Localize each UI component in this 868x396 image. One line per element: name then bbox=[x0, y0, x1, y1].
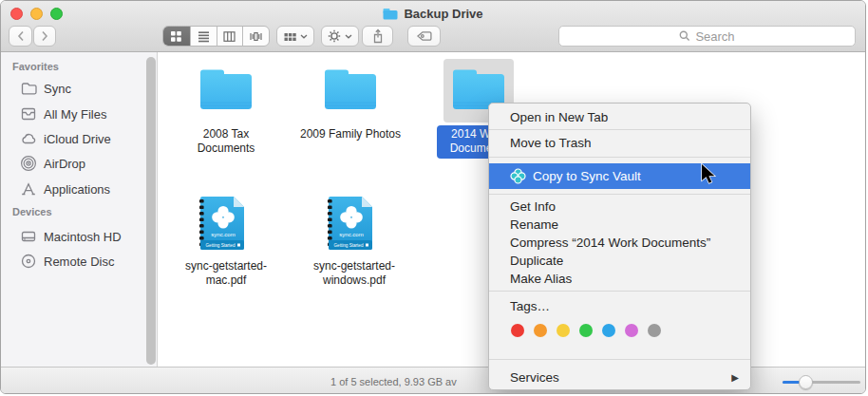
arrange-button[interactable] bbox=[276, 26, 314, 47]
mouse-cursor bbox=[700, 163, 719, 186]
arrange-icon bbox=[284, 30, 296, 43]
sidebar-item-airdrop[interactable]: AirDrop bbox=[1, 151, 157, 176]
menu-separator bbox=[489, 359, 750, 360]
menu-item-open-in-new-tab[interactable]: Open in New Tab bbox=[489, 105, 750, 130]
sidebar-item-label: Remote Disc bbox=[44, 255, 114, 269]
submenu-arrow-icon: ▶ bbox=[731, 372, 739, 383]
view-mode-control bbox=[162, 26, 270, 47]
sidebar-item-label: Sync bbox=[44, 82, 71, 96]
sidebar-item-applications[interactable]: Applications bbox=[1, 177, 157, 201]
pdf-footer-text: Getting Started bbox=[206, 243, 236, 248]
file-label[interactable]: sync-getstarted- mac.pdf bbox=[169, 259, 283, 288]
hard-drive-icon bbox=[20, 228, 37, 245]
back-button[interactable] bbox=[9, 26, 32, 47]
menu-item-make-alias[interactable]: Make Alias bbox=[489, 270, 750, 288]
slider-knob[interactable] bbox=[799, 375, 813, 389]
context-menu: Open in New Tab Move to Trash Copy to Sy… bbox=[488, 103, 751, 390]
window-title-text: Backup Drive bbox=[404, 7, 482, 21]
title-bar: Backup Drive bbox=[1, 1, 865, 52]
tag-color-row bbox=[489, 320, 661, 341]
folder-icon bbox=[383, 8, 398, 20]
menu-separator bbox=[489, 291, 750, 292]
file-label-line: sync-getstarted- bbox=[297, 259, 411, 273]
finder-window: Backup Drive bbox=[0, 0, 866, 394]
sidebar-item-label: Macintosh HD bbox=[44, 230, 122, 244]
menu-item-label: Copy to Sync Vault bbox=[533, 169, 641, 183]
menu-item-duplicate[interactable]: Duplicate bbox=[489, 252, 750, 270]
sidebar: Favorites Sync All My Files iCloud Drive… bbox=[1, 52, 158, 367]
pdf-file-icon[interactable]: sync.com Getting Started bbox=[327, 196, 374, 251]
action-menu-button[interactable] bbox=[321, 26, 359, 47]
file-label-line: 2009 Family Photos bbox=[293, 127, 407, 141]
file-label-line: Documents bbox=[169, 141, 283, 156]
list-view-button[interactable] bbox=[190, 27, 217, 46]
sidebar-item-sync[interactable]: Sync bbox=[1, 76, 157, 101]
sidebar-item-label: All My Files bbox=[44, 107, 106, 122]
menu-separator bbox=[489, 157, 750, 158]
sidebar-item-label: iCloud Drive bbox=[44, 132, 111, 146]
tag-yellow[interactable] bbox=[557, 324, 570, 337]
tag-gray[interactable] bbox=[648, 324, 661, 337]
airdrop-icon bbox=[20, 155, 37, 172]
tag-green[interactable] bbox=[579, 324, 593, 337]
sidebar-item-label: Applications bbox=[44, 182, 110, 197]
icon-view-button[interactable] bbox=[163, 27, 190, 46]
share-button[interactable] bbox=[362, 26, 393, 47]
column-view-icon bbox=[223, 30, 236, 43]
window-title: Backup Drive bbox=[1, 5, 865, 22]
icon-size-slider[interactable] bbox=[783, 368, 860, 394]
sidebar-section-favorites: Favorites bbox=[12, 60, 59, 73]
folder-icon[interactable] bbox=[324, 67, 377, 111]
chevron-down-icon bbox=[300, 34, 308, 39]
sidebar-item-icloud-drive[interactable]: iCloud Drive bbox=[1, 126, 157, 151]
column-view-button[interactable] bbox=[217, 27, 243, 46]
pdf-logo-text: sync.com bbox=[339, 232, 363, 237]
list-view-icon bbox=[198, 30, 210, 43]
sidebar-item-all-my-files[interactable]: All My Files bbox=[1, 102, 157, 126]
menu-separator bbox=[489, 129, 750, 130]
menu-item-compress[interactable]: Compress “2014 Work Documents” bbox=[489, 234, 750, 252]
sidebar-section-devices: Devices bbox=[12, 205, 52, 218]
file-label[interactable]: 2009 Family Photos bbox=[293, 127, 407, 141]
tag-orange[interactable] bbox=[534, 324, 547, 337]
tag-icon bbox=[416, 29, 433, 43]
applications-icon bbox=[20, 180, 37, 198]
icon-view-icon bbox=[170, 30, 182, 43]
slider-track[interactable] bbox=[783, 381, 860, 384]
menu-item-label: Services bbox=[510, 370, 559, 385]
menu-item-tags[interactable]: Tags… bbox=[489, 297, 750, 316]
file-label-line: sync-getstarted- bbox=[169, 259, 283, 273]
sidebar-scrollbar[interactable] bbox=[146, 57, 156, 365]
file-label[interactable]: sync-getstarted- windows.pdf bbox=[297, 259, 411, 288]
forward-button[interactable] bbox=[33, 26, 56, 47]
tag-blue[interactable] bbox=[602, 324, 615, 337]
tag-purple[interactable] bbox=[625, 324, 638, 337]
menu-item-services[interactable]: Services ▶ bbox=[489, 366, 750, 389]
menu-item-get-info[interactable]: Get Info bbox=[489, 198, 750, 216]
sidebar-item-macintosh-hd[interactable]: Macintosh HD bbox=[1, 224, 157, 249]
menu-item-move-to-trash[interactable]: Move to Trash bbox=[489, 131, 750, 156]
cover-flow-view-button[interactable] bbox=[242, 27, 269, 46]
disc-icon bbox=[20, 253, 37, 270]
file-label-line: mac.pdf bbox=[169, 273, 283, 288]
sidebar-item-remote-disc[interactable]: Remote Disc bbox=[1, 249, 157, 273]
chevron-left-icon bbox=[16, 29, 26, 43]
pdf-footer-text: Getting Started bbox=[334, 243, 364, 248]
tag-button[interactable] bbox=[407, 26, 441, 47]
chevron-down-icon bbox=[345, 34, 352, 39]
gear-icon bbox=[328, 29, 341, 43]
menu-separator bbox=[489, 194, 750, 195]
sync-vault-icon bbox=[510, 168, 526, 184]
search-input[interactable]: Search bbox=[558, 26, 856, 47]
sidebar-item-label: AirDrop bbox=[44, 157, 85, 171]
search-icon bbox=[679, 30, 690, 42]
menu-item-rename[interactable]: Rename bbox=[489, 216, 750, 234]
share-icon bbox=[371, 28, 385, 44]
file-label[interactable]: 2008 Tax Documents bbox=[169, 127, 283, 156]
pdf-logo-text: sync.com bbox=[211, 232, 235, 237]
tag-red[interactable] bbox=[511, 324, 524, 337]
status-text: 1 of 5 selected, 9.93 GB av bbox=[330, 368, 457, 394]
cloud-icon bbox=[20, 130, 37, 147]
pdf-file-icon[interactable]: sync.com Getting Started bbox=[198, 196, 246, 251]
folder-icon[interactable] bbox=[199, 67, 253, 111]
